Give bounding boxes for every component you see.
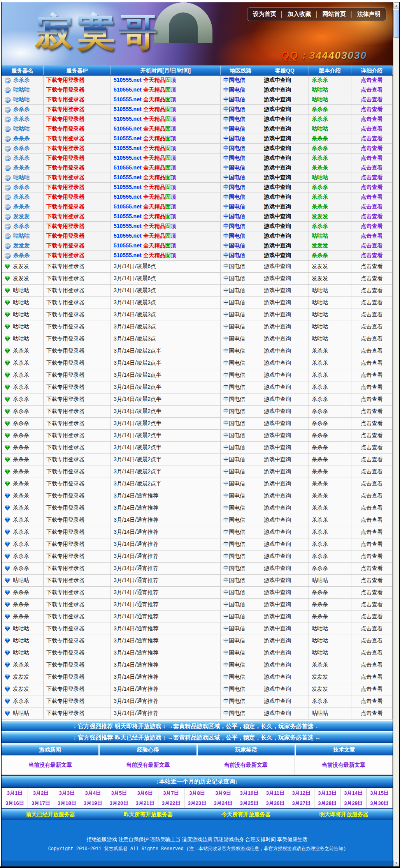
history-date-link[interactable]: 3月11日 (262, 788, 288, 798)
server-name-link[interactable]: 咕咕咕 (13, 311, 29, 318)
open-time-link[interactable]: 510555.net全天精品固顶 (114, 86, 176, 94)
open-time-link[interactable]: 510555.net全天精品固顶 (114, 213, 176, 220)
detail-link[interactable]: 点击查看 (361, 444, 383, 451)
open-time-link[interactable]: 510555.net全天精品固顶 (114, 203, 176, 210)
detail-link[interactable]: 点击查看 (361, 242, 383, 249)
server-name-link[interactable]: 杀杀杀 (13, 194, 30, 201)
download-client-link[interactable]: 下载专用登录器 (46, 360, 84, 367)
download-client-link[interactable]: 下载专用登录器 (46, 698, 84, 705)
open-time-link[interactable]: 510555.net全天精品固顶 (114, 242, 176, 249)
detail-link[interactable]: 点击查看 (361, 223, 383, 230)
open-time-link[interactable]: 510555.net全天精品固顶 (114, 252, 176, 259)
server-name-link[interactable]: 杀杀杀 (13, 164, 30, 171)
open-time-link[interactable]: 510555.net全天精品固顶 (114, 233, 176, 240)
download-client-link[interactable]: 下载专用登录器 (46, 348, 84, 355)
open-time-link[interactable]: 510555.net全天精品固顶 (114, 116, 176, 123)
server-name-link[interactable]: 咕咕咕 (13, 96, 30, 103)
history-date-link[interactable]: 3月19日 (80, 798, 106, 808)
history-date-link[interactable]: 3月12日 (288, 788, 314, 798)
download-client-link[interactable]: 下载专用登录器 (46, 116, 84, 123)
history-date-link[interactable]: 3月30日 (367, 798, 392, 808)
server-name-link[interactable]: 杀杀杀 (13, 662, 29, 669)
scrollbar-thumb[interactable] (393, 10, 399, 38)
download-client-link[interactable]: 下载专用登录器 (46, 444, 84, 451)
server-name-link[interactable]: 杀杀杀 (13, 408, 29, 415)
history-date-link[interactable]: 3月23日 (184, 798, 210, 808)
history-date-link[interactable]: 3月20日 (106, 798, 132, 808)
download-client-link[interactable]: 下载专用登录器 (46, 589, 84, 596)
server-name-link[interactable]: 杀杀杀 (13, 480, 29, 487)
download-client-link[interactable]: 下载专用登录器 (46, 517, 84, 524)
news-column-header[interactable]: 经验心得 (100, 745, 196, 755)
detail-link[interactable]: 点击查看 (361, 86, 383, 94)
server-name-link[interactable]: 杀杀杀 (13, 456, 29, 463)
detail-link[interactable]: 点击查看 (361, 164, 383, 171)
download-client-link[interactable]: 下载专用登录器 (46, 420, 84, 427)
download-client-link[interactable]: 下载专用登录器 (46, 613, 84, 620)
history-date-link[interactable]: 3月17日 (28, 798, 54, 808)
download-client-link[interactable]: 下载专用登录器 (46, 662, 84, 669)
download-client-link[interactable]: 下载专用登录器 (46, 213, 84, 220)
detail-link[interactable]: 点击查看 (361, 674, 383, 681)
history-date-link[interactable]: 3月10日 (236, 788, 262, 798)
detail-link[interactable]: 点击查看 (361, 233, 383, 240)
open-time-link[interactable]: 510555.net全天精品固顶 (114, 184, 176, 191)
history-date-link[interactable]: 3月2日 (28, 788, 54, 798)
server-name-link[interactable]: 发发发 (13, 263, 29, 270)
server-name-link[interactable]: 咕咕咕 (13, 299, 29, 306)
download-client-link[interactable]: 下载专用登录器 (46, 372, 84, 379)
open-time-link[interactable]: 510555.net全天精品固顶 (114, 194, 176, 201)
server-name-link[interactable]: 咕咕咕 (13, 637, 29, 644)
server-name-link[interactable]: 咕咕咕 (13, 287, 29, 294)
server-name-link[interactable]: 发发发 (13, 275, 29, 282)
server-name-link[interactable]: 杀杀杀 (13, 116, 30, 123)
download-client-link[interactable]: 下载专用登录器 (46, 184, 84, 191)
notice-bar-tomorrow[interactable]: ↓ 官方强烈推荐 明天即将开放游戏 ↓ →套黄精品游戏区域，公平，稳定，长久，玩… (2, 721, 393, 731)
server-name-link[interactable]: 杀杀杀 (13, 589, 29, 596)
server-name-link[interactable]: 杀杀杀 (13, 372, 29, 379)
day-servers-link[interactable]: 前天已经开放服务器 (26, 811, 75, 818)
open-time-link[interactable]: 510555.net全天精品固顶 (114, 223, 176, 230)
server-name-link[interactable]: 杀杀杀 (13, 348, 29, 355)
detail-link[interactable]: 点击查看 (361, 492, 383, 499)
server-name-link[interactable]: 杀杀杀 (13, 106, 30, 113)
detail-link[interactable]: 点击查看 (361, 116, 383, 123)
history-date-link[interactable]: 3月15日 (367, 788, 392, 798)
day-servers-link[interactable]: 今天所有开放服务器 (221, 811, 270, 818)
history-date-link[interactable]: 3月7日 (158, 788, 184, 798)
detail-link[interactable]: 点击查看 (361, 145, 383, 152)
detail-link[interactable]: 点击查看 (361, 517, 383, 524)
server-name-link[interactable]: 杀杀杀 (13, 384, 29, 391)
open-time-link[interactable]: 510555.net全天精品固顶 (114, 106, 176, 113)
history-date-link[interactable]: 3月13日 (314, 788, 340, 798)
open-time-link[interactable]: 510555.net全天精品固顶 (114, 155, 176, 162)
history-date-link[interactable]: 3月28日 (314, 798, 340, 808)
history-date-link[interactable]: 3月25日 (236, 798, 262, 808)
server-name-link[interactable]: 咕咕咕 (13, 233, 30, 240)
detail-link[interactable]: 点击查看 (361, 662, 383, 669)
server-name-link[interactable]: 咕咕咕 (13, 174, 30, 181)
detail-link[interactable]: 点击查看 (361, 372, 383, 379)
detail-link[interactable]: 点击查看 (361, 589, 383, 596)
history-date-link[interactable]: 3月6日 (132, 788, 158, 798)
detail-link[interactable]: 点击查看 (361, 311, 383, 318)
download-client-link[interactable]: 下载专用登录器 (46, 299, 84, 306)
download-client-link[interactable]: 下载专用登录器 (46, 649, 84, 656)
download-client-link[interactable]: 下载专用登录器 (46, 686, 84, 693)
detail-link[interactable]: 点击查看 (361, 287, 383, 294)
detail-link[interactable]: 点击查看 (361, 194, 383, 201)
download-client-link[interactable]: 下载专用登录器 (46, 233, 84, 240)
server-name-link[interactable]: 杀杀杀 (13, 77, 30, 84)
server-name-link[interactable]: 咕咕咕 (13, 86, 30, 94)
download-client-link[interactable]: 下载专用登录器 (46, 323, 84, 330)
detail-link[interactable]: 点击查看 (361, 96, 383, 103)
open-time-link[interactable]: 510555.net全天精品固顶 (114, 135, 176, 142)
server-name-link[interactable]: 杀杀杀 (13, 553, 29, 560)
detail-link[interactable]: 点击查看 (361, 480, 383, 487)
server-name-link[interactable]: 杀杀杀 (13, 517, 29, 524)
open-time-link[interactable]: 510555.net全天精品固顶 (114, 164, 176, 171)
detail-link[interactable]: 点击查看 (361, 432, 383, 439)
history-date-link[interactable]: 3月16日 (2, 798, 28, 808)
download-client-link[interactable]: 下载专用登录器 (46, 529, 84, 536)
server-name-link[interactable]: 咕咕咕 (13, 335, 29, 342)
